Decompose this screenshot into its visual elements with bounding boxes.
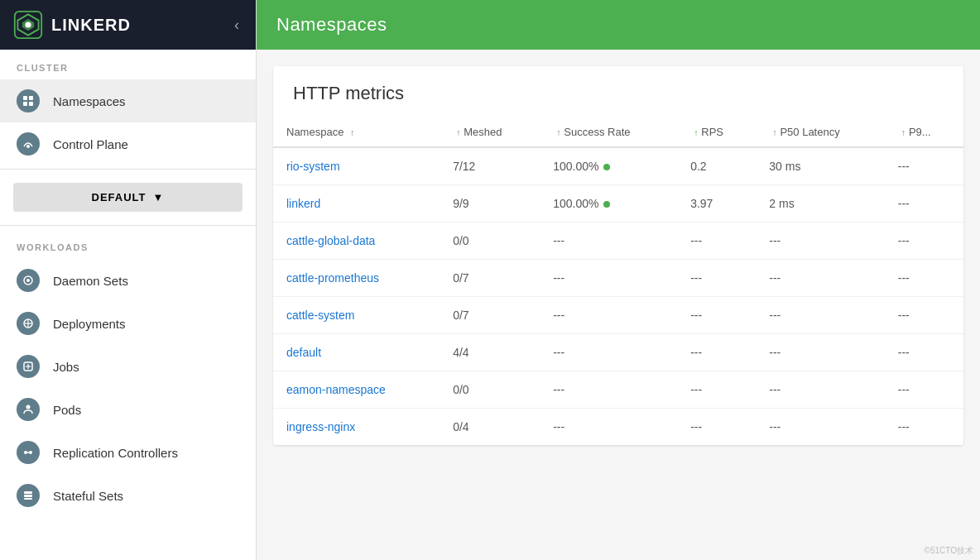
cell-success-rate: --- [540, 409, 677, 446]
sidebar-item-statefulsets[interactable]: Stateful Sets [0, 474, 256, 517]
sidebar-item-daemonsets[interactable]: Daemon Sets [0, 259, 256, 302]
namespace-link[interactable]: cattle-system [286, 309, 354, 322]
cell-success-rate: --- [540, 260, 677, 297]
watermark: ©51CTO技术 [925, 545, 973, 557]
cell-p9x: --- [885, 185, 963, 223]
cell-success-rate: 100.00% [540, 185, 677, 223]
cell-rps: --- [677, 371, 756, 409]
successrate-sort-icon: ↑ [556, 127, 561, 137]
cell-p9x: --- [885, 334, 963, 371]
default-namespace-btn[interactable]: DEFAULT ▼ [13, 183, 243, 212]
cell-p9x: --- [885, 223, 963, 260]
page-title: Namespaces [276, 14, 387, 36]
daemonsets-icon [17, 269, 40, 292]
table-row: rio-system7/12100.00%0.230 ms--- [273, 147, 963, 185]
p9x-sort-icon: ↑ [901, 127, 906, 137]
cell-rps: 3.97 [677, 185, 756, 223]
cell-p50: --- [756, 334, 884, 371]
svg-rect-23 [24, 498, 32, 500]
linkerd-logo-icon [13, 10, 43, 40]
namespaces-table: Namespace ↑ ↑ Meshed ↑ Success Rate [273, 117, 963, 445]
cell-meshed: 0/7 [440, 260, 540, 297]
cell-meshed: 0/7 [440, 297, 540, 334]
sidebar-pods-label: Pods [53, 403, 81, 417]
meshed-sort-up-icon: ↑ [456, 127, 461, 137]
sidebar-collapse-btn[interactable]: ‹ [231, 13, 243, 37]
logo-text: LINKERD [51, 16, 231, 35]
sidebar-item-controlplane[interactable]: Control Plane [0, 122, 256, 165]
deployments-icon [17, 312, 40, 335]
cluster-section-label: CLUSTER [0, 50, 256, 79]
col-p9x[interactable]: ↑ P9... [885, 117, 963, 147]
col-p50[interactable]: ↑ P50 Latency [756, 117, 884, 147]
cell-meshed: 7/12 [440, 147, 540, 185]
statefulsets-icon [17, 484, 40, 507]
namespaces-icon [17, 89, 40, 112]
cell-p9x: --- [885, 371, 963, 409]
cell-p50: --- [756, 297, 884, 334]
cell-p9x: --- [885, 297, 963, 334]
workloads-section-label: WORKLOADS [0, 229, 256, 259]
sidebar-daemonsets-label: Daemon Sets [53, 274, 128, 288]
sidebar-item-jobs[interactable]: Jobs [0, 345, 256, 388]
table-row: ingress-nginx0/4------------ [273, 409, 963, 446]
cell-p9x: --- [885, 147, 963, 185]
sidebar-jobs-label: Jobs [53, 360, 79, 374]
cell-p50: --- [756, 260, 884, 297]
svg-point-10 [26, 279, 30, 282]
cell-rps: --- [677, 334, 756, 371]
namespace-link[interactable]: cattle-global-data [286, 234, 375, 247]
cell-p50: --- [756, 371, 884, 409]
sidebar: LINKERD ‹ CLUSTER Namespaces [0, 0, 257, 560]
sidebar-rc-label: Replication Controllers [53, 446, 178, 460]
cell-rps: --- [677, 297, 756, 334]
cell-p50: --- [756, 223, 884, 260]
sidebar-item-pods[interactable]: Pods [0, 388, 256, 431]
cell-p9x: --- [885, 409, 963, 446]
namespace-link[interactable]: default [286, 346, 321, 359]
col-rps[interactable]: ↑ RPS [677, 117, 756, 147]
cell-namespace: ingress-nginx [273, 409, 440, 446]
namespace-link[interactable]: rio-system [286, 160, 340, 173]
cell-namespace: rio-system [273, 147, 440, 185]
http-metrics-card: HTTP metrics Namespace ↑ ↑ Meshed [273, 66, 963, 445]
cell-p50: 30 ms [756, 147, 884, 185]
svg-rect-7 [29, 102, 33, 106]
sidebar-namespaces-label: Namespaces [53, 94, 126, 108]
cell-namespace: cattle-system [273, 297, 440, 334]
svg-point-18 [24, 451, 27, 454]
card-title: HTTP metrics [273, 66, 963, 117]
cell-rps: --- [677, 260, 756, 297]
col-namespace[interactable]: Namespace ↑ [273, 117, 440, 147]
rps-sort-icon: ↑ [694, 127, 699, 137]
cell-rps: --- [677, 223, 756, 260]
svg-rect-6 [23, 102, 27, 106]
success-dot [603, 164, 610, 170]
table-row: linkerd9/9100.00%3.972 ms--- [273, 185, 963, 223]
cell-rps: --- [677, 409, 756, 446]
cell-meshed: 4/4 [440, 334, 540, 371]
cell-p50: 2 ms [756, 185, 884, 223]
cell-namespace: eamon-namespace [273, 371, 440, 409]
cell-success-rate: 100.00% [540, 147, 677, 185]
namespace-link[interactable]: ingress-nginx [286, 420, 355, 433]
svg-rect-22 [24, 495, 32, 497]
namespace-link[interactable]: cattle-prometheus [286, 271, 379, 285]
col-success-rate[interactable]: ↑ Success Rate [540, 117, 677, 147]
sidebar-logo: LINKERD ‹ [0, 0, 256, 50]
svg-rect-21 [24, 491, 32, 494]
namespace-sort-icon: ↑ [350, 127, 355, 137]
namespace-link[interactable]: linkerd [286, 197, 320, 210]
sidebar-item-namespaces[interactable]: Namespaces [0, 79, 256, 122]
controlplane-icon [17, 132, 40, 156]
sidebar-item-replicationcontrollers[interactable]: Replication Controllers [0, 431, 256, 474]
cell-success-rate: --- [540, 334, 677, 371]
svg-point-17 [26, 405, 31, 409]
table-row: eamon-namespace0/0------------ [273, 371, 963, 409]
sidebar-item-deployments[interactable]: Deployments [0, 302, 256, 345]
cell-success-rate: --- [540, 297, 677, 334]
namespace-link[interactable]: eamon-namespace [286, 383, 386, 396]
col-meshed[interactable]: ↑ Meshed [440, 117, 540, 147]
top-header: Namespaces [257, 0, 980, 50]
default-btn-label: DEFAULT [92, 191, 147, 203]
